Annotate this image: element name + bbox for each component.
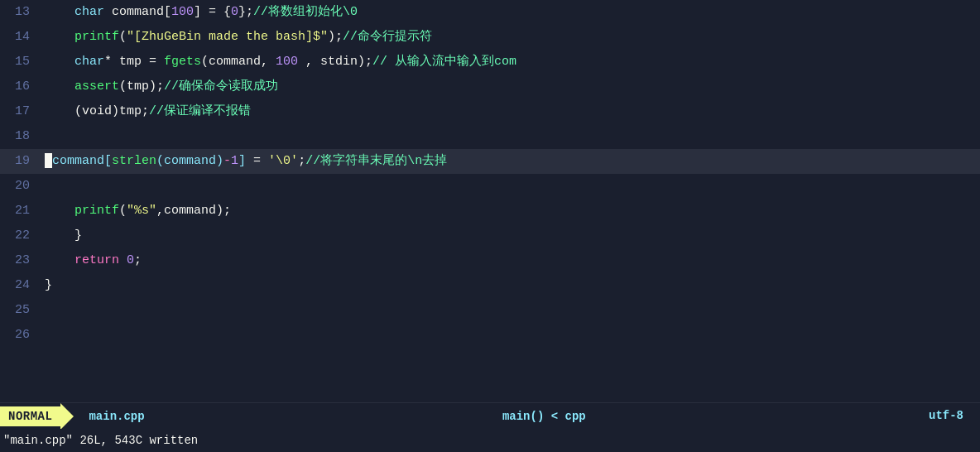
c-char-token: '\0' <box>268 154 298 168</box>
func-name: main() <box>502 410 544 423</box>
line-number: 25 <box>0 298 41 323</box>
line-number: 17 <box>0 99 41 124</box>
status-mode: NORMAL <box>0 406 60 426</box>
line-number: 19 <box>0 149 41 174</box>
c-normal-token: ,command); <box>156 204 231 218</box>
c-normal-token: ); <box>328 30 343 44</box>
code-line: 24} <box>0 273 980 298</box>
indent-token <box>45 5 74 19</box>
line-content: char* tmp = fgets(command, 100 , stdin);… <box>41 50 980 75</box>
c-func-token: printf <box>74 204 119 218</box>
status-encoding: utf-8 <box>929 409 963 422</box>
c-func-token: printf <box>74 30 119 44</box>
line-content: printf("%s",command); <box>41 199 980 224</box>
c-comment-token: //保证编译不报错 <box>149 104 251 118</box>
line-number: 24 <box>0 273 41 298</box>
code-line: 26 <box>0 323 980 348</box>
c-normal-token: ; <box>134 253 142 267</box>
filetype: cpp <box>565 410 586 423</box>
c-comment-token: //将数组初始化\0 <box>253 5 358 19</box>
line-content: } <box>41 273 980 298</box>
code-line: 13 char command[100] = {0};//将数组初始化\0 <box>0 0 980 25</box>
c-number-token: 1 <box>231 154 238 168</box>
c-normal-token: } <box>45 278 52 292</box>
status-right: utf-8 <box>929 409 980 423</box>
c-keyword-token: return <box>74 253 119 267</box>
indent-token <box>45 228 74 243</box>
code-line: 25 <box>0 298 980 323</box>
status-func: main() < cpp <box>502 410 586 423</box>
c-normal-token: ( <box>119 204 127 218</box>
c-number-token: 100 <box>276 55 298 69</box>
c-normal-token <box>119 253 127 267</box>
c-normal-token: * tmp = <box>104 55 164 69</box>
indent-token <box>45 204 74 218</box>
c-normal-token: = <box>246 154 268 168</box>
indent-token <box>45 104 74 118</box>
status-msg: "main.cpp" 26L, 543C written <box>3 434 198 447</box>
c-normal-token: (void)tmp; <box>74 104 149 118</box>
line-number: 22 <box>0 224 41 248</box>
line-number: 15 <box>0 50 41 75</box>
c-normal-token: ( <box>119 30 127 44</box>
c-comment-token: //命令行提示符 <box>343 30 432 44</box>
lt-symbol: < <box>551 410 565 423</box>
line-number: 13 <box>0 0 41 25</box>
code-line: 19command[strlen(command)-1] = '\0';//将字… <box>0 149 980 174</box>
line-number: 14 <box>0 25 41 50</box>
c-comment-token: //确保命令读取成功 <box>164 79 278 94</box>
c-normal-token: ; <box>298 154 305 168</box>
indent-token <box>45 30 74 44</box>
c-comment-token: // 从输入流中输入到com <box>372 55 516 69</box>
c-normal-token: command[ <box>104 5 171 19</box>
editor-container: 13 char command[100] = {0};//将数组初始化\014 … <box>0 0 980 452</box>
code-line: 20 <box>0 174 980 199</box>
c-normal-token: }; <box>238 5 253 19</box>
status-bar: NORMAL main.cpp main() < cpp utf-8 <box>0 402 980 429</box>
line-content: assert(tmp);//确保命令读取成功 <box>41 75 980 99</box>
line-content: (void)tmp;//保证编译不报错 <box>41 99 980 124</box>
c-bracket-token: ] <box>238 154 246 168</box>
c-number-token: 0 <box>231 5 238 19</box>
c-normal-token: , stdin); <box>298 55 372 69</box>
c-func-token: fgets <box>164 55 201 69</box>
cursor <box>45 153 52 168</box>
code-line: 15 char* tmp = fgets(command, 100 , stdi… <box>0 50 980 75</box>
line-number: 23 <box>0 248 41 273</box>
line-number: 16 <box>0 75 41 99</box>
c-string-token: "%s" <box>127 204 156 218</box>
code-line: 23 return 0; <box>0 248 980 273</box>
code-area: 13 char command[100] = {0};//将数组初始化\014 … <box>0 0 980 402</box>
c-type-token: char <box>74 5 104 19</box>
c-bracket-token: (command) <box>156 154 223 168</box>
code-line: 21 printf("%s",command); <box>0 199 980 224</box>
line-content: } <box>41 224 980 248</box>
line-number: 26 <box>0 323 41 348</box>
c-type-token: char <box>74 55 104 69</box>
line-content: char command[100] = {0};//将数组初始化\0 <box>41 0 980 25</box>
c-number-token: 100 <box>171 5 194 19</box>
code-line: 16 assert(tmp);//确保命令读取成功 <box>0 75 980 99</box>
status-middle: main() < cpp <box>160 410 929 423</box>
c-comment-token: //将字符串末尾的\n去掉 <box>305 154 447 168</box>
indent-token <box>45 79 74 94</box>
c-normal-token: } <box>74 228 82 243</box>
c-operator-token: - <box>223 154 231 168</box>
line-content: printf("[ZhuGeBin made the bash]$");//命令… <box>41 25 980 50</box>
line-content: command[strlen(command)-1] = '\0';//将字符串… <box>41 149 980 174</box>
code-line: 17 (void)tmp;//保证编译不报错 <box>0 99 980 124</box>
c-bracket-token: command[ <box>52 154 112 168</box>
line-number: 21 <box>0 199 41 224</box>
status-filename: main.cpp <box>74 410 159 423</box>
c-normal-token: (command, <box>201 55 276 69</box>
c-number-token: 0 <box>127 253 134 267</box>
c-normal-token: ] = { <box>194 5 231 19</box>
code-line: 18 <box>0 124 980 149</box>
code-line: 22 } <box>0 224 980 248</box>
line-number: 20 <box>0 174 41 199</box>
indent-token <box>45 55 74 69</box>
c-func-token: assert <box>74 79 119 94</box>
code-line: 14 printf("[ZhuGeBin made the bash]$");/… <box>0 25 980 50</box>
c-string-token: "[ZhuGeBin made the bash]$" <box>127 30 328 44</box>
line-content: return 0; <box>41 248 980 273</box>
